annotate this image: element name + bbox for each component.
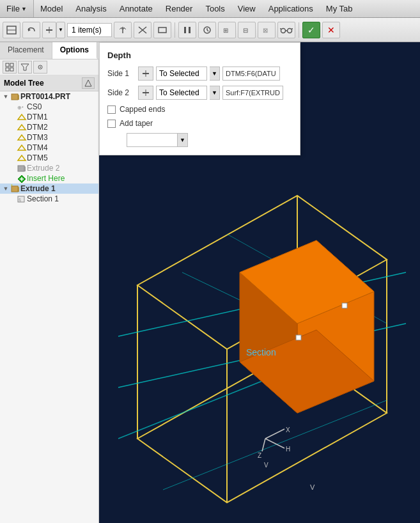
toolbar-pause-btn[interactable]	[178, 22, 196, 38]
dtm1-icon	[17, 113, 27, 121]
side2-select-arrow[interactable]: ▼	[210, 86, 220, 100]
svg-point-17	[281, 28, 286, 33]
toolbar-align-arrow[interactable]: ▼	[56, 22, 65, 38]
tree-icon-filter[interactable]	[18, 61, 32, 74]
side2-select[interactable]: To Selected	[156, 86, 207, 100]
dtm5-icon	[17, 153, 27, 162]
toolbar-rect-btn[interactable]	[153, 22, 171, 38]
toolbar-cancel-btn[interactable]: ✕	[322, 22, 340, 38]
dtm4-icon	[17, 143, 27, 152]
options-title: Depth	[107, 51, 292, 60]
capped-checkbox[interactable]	[107, 105, 116, 114]
side1-select-arrow[interactable]: ▼	[210, 66, 220, 81]
tree-icon-grid[interactable]	[3, 61, 17, 74]
left-panel: Placement Options Properties Model Tree	[0, 42, 99, 523]
svg-rect-30	[12, 94, 18, 100]
side2-icon[interactable]	[138, 86, 153, 100]
svg-text:§: §	[19, 198, 21, 202]
tree-item-prt[interactable]: ▼ PRT0014.PRT	[0, 91, 98, 102]
tree-item-section1[interactable]: § Section 1	[0, 194, 98, 204]
svg-text:X: X	[286, 426, 290, 433]
menu-tools[interactable]: Tools	[199, 0, 231, 17]
tree-settings-btn[interactable]	[82, 77, 95, 89]
svg-line-13	[207, 30, 208, 31]
tree-item-cs0[interactable]: ⊕ * CS0	[0, 102, 98, 112]
toolbar-sep2	[299, 22, 299, 38]
toolbar-align-btn[interactable]	[42, 22, 56, 38]
svg-text:Section: Section	[246, 347, 276, 357]
menu-mytab[interactable]: My Tab	[320, 0, 359, 17]
toolbar-param1-btn[interactable]: ⊞	[218, 22, 236, 38]
tab-options[interactable]: Options	[52, 42, 97, 59]
menu-file[interactable]: File ▼	[0, 0, 34, 17]
tree-icons	[0, 59, 98, 75]
toolbar-accept-btn[interactable]: ✓	[302, 22, 320, 38]
tab-bar: Placement Options Properties	[0, 42, 98, 59]
svg-rect-8	[159, 27, 166, 33]
svg-rect-81	[296, 335, 301, 340]
svg-text:⊟: ⊟	[243, 27, 248, 34]
tree-icon-settings[interactable]	[33, 61, 47, 74]
menu-analysis[interactable]: Analysis	[69, 0, 113, 17]
tree-item-dtm5[interactable]: DTM5	[0, 153, 98, 163]
taper-checkbox[interactable]	[107, 120, 116, 128]
svg-text:V: V	[310, 483, 315, 491]
toolbar-glasses-btn[interactable]	[277, 22, 295, 38]
side1-icon[interactable]	[138, 66, 153, 81]
svg-text:⊠: ⊠	[263, 27, 268, 34]
toolbar-param3-btn[interactable]: ⊠	[258, 22, 276, 38]
tab-placement[interactable]: Placement	[0, 42, 52, 59]
toolbar-param2-btn[interactable]: ⊟	[238, 22, 256, 38]
svg-rect-39	[18, 166, 24, 171]
file-arrow: ▼	[21, 6, 27, 12]
svg-text:V: V	[264, 462, 268, 469]
svg-text:Z: Z	[258, 452, 261, 459]
toolbar-cut-btn[interactable]	[134, 22, 152, 38]
taper-label: Add taper	[120, 119, 153, 128]
tree-item-dtm1[interactable]: DTM1	[0, 112, 98, 122]
side2-label: Side 2	[107, 88, 136, 97]
taper-dropdown-arrow[interactable]: ▼	[178, 133, 188, 147]
tree-item-dtm4[interactable]: DTM4	[0, 143, 98, 153]
svg-marker-31	[18, 94, 19, 100]
tree-item-dtm2[interactable]: DTM2	[0, 122, 98, 132]
capped-label: Capped ends	[120, 105, 165, 114]
capped-row: Capped ends	[107, 105, 292, 114]
svg-marker-34	[18, 114, 26, 120]
side2-ref-value: Surf:F7(EXTRUD	[222, 86, 283, 100]
toolbar-view-btn[interactable]	[3, 22, 20, 38]
svg-marker-29	[85, 80, 91, 86]
insert-icon	[17, 174, 27, 183]
svg-rect-23	[10, 63, 13, 66]
extrude2-icon	[17, 164, 27, 173]
menu-annotate[interactable]: Annotate	[113, 0, 159, 17]
toolbar-flip-btn[interactable]	[114, 22, 132, 38]
svg-text:*: *	[11, 184, 13, 188]
tree-item-insert[interactable]: Insert Here	[0, 173, 98, 183]
menu-applications[interactable]: Applications	[262, 0, 320, 17]
svg-rect-10	[189, 27, 191, 33]
svg-text:⊞: ⊞	[223, 27, 228, 34]
tree-item-extrude1[interactable]: ▼ * Extrude 1	[0, 183, 98, 194]
svg-text:*: *	[22, 105, 24, 110]
menu-render[interactable]: Render	[159, 0, 199, 17]
toolbar-sep1	[175, 22, 175, 38]
toolbar-items-label: 1 item(s)	[67, 23, 112, 37]
tree-item-extrude2[interactable]: Extrude 2	[0, 163, 98, 173]
tree-header: Model Tree	[0, 75, 98, 91]
svg-text:H: H	[286, 446, 290, 453]
side1-select[interactable]: To Selected	[156, 66, 207, 81]
toolbar-undo-btn[interactable]	[22, 22, 40, 38]
menu-view[interactable]: View	[231, 0, 262, 17]
taper-row: Add taper	[107, 119, 292, 128]
svg-marker-26	[21, 64, 29, 70]
side1-row: Side 1 To Selected ▼ DTM5:F6(DATU	[107, 66, 292, 81]
taper-dropdown[interactable]	[127, 133, 178, 147]
toolbar: ▼ 1 item(s) ⊞ ⊟ ⊠ ✓ ✕	[0, 18, 420, 42]
cs0-icon: ⊕ *	[17, 102, 27, 111]
svg-point-28	[40, 66, 41, 68]
side1-ref-value: DTM5:F6(DATU	[222, 66, 280, 81]
menu-model[interactable]: Model	[34, 0, 69, 17]
toolbar-clock-btn[interactable]	[198, 22, 216, 38]
tree-item-dtm3[interactable]: DTM3	[0, 132, 98, 143]
